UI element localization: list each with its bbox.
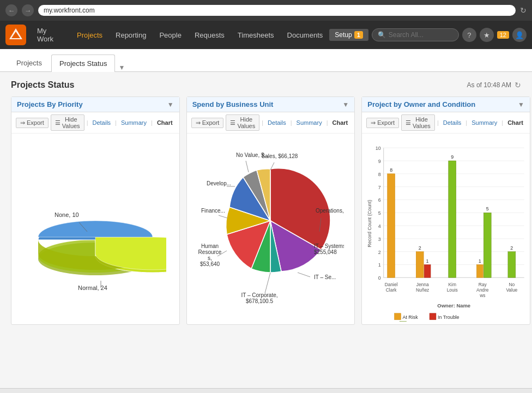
search-bar[interactable]: 🔍 <box>372 28 459 41</box>
logo[interactable] <box>5 25 26 45</box>
business-unit-hide-values-button[interactable]: ☰ Hide Values <box>226 114 259 131</box>
svg-text:Resource: Resource <box>198 249 222 255</box>
svg-text:IT – Corporate,: IT – Corporate, <box>241 292 278 298</box>
back-button[interactable]: ← <box>5 4 17 16</box>
as-of: As of 10:48 AM ↻ <box>467 81 521 89</box>
svg-text:Record Count (Count): Record Count (Count) <box>367 199 372 247</box>
svg-text:$678,100.5: $678,100.5 <box>246 298 273 304</box>
business-unit-details-link[interactable]: Details <box>265 119 288 126</box>
nav-projects[interactable]: Projects <box>70 21 109 49</box>
page-title: Projects Status <box>11 80 74 90</box>
svg-line-26 <box>298 273 310 277</box>
owner-condition-bar-svg: Record Count (Count) 0 1 2 3 4 <box>365 136 527 322</box>
tab-projects[interactable]: Projects <box>8 54 50 71</box>
svg-rect-85 <box>430 313 436 320</box>
business-unit-chart-card: Spend by Business Unit ▼ ⇒ Export ☰ Hide… <box>186 96 355 325</box>
svg-text:Louis: Louis <box>447 287 458 293</box>
svg-text:2: 2 <box>419 245 421 251</box>
owner-condition-chart-expand[interactable]: ▼ <box>518 101 524 108</box>
reload-button[interactable]: ↻ <box>520 6 527 15</box>
help-button[interactable]: ? <box>462 28 476 42</box>
svg-line-16 <box>219 215 227 218</box>
owner-condition-chart-link[interactable]: Chart <box>505 119 525 126</box>
svg-text:8: 8 <box>390 167 392 173</box>
svg-text:No: No <box>509 282 515 287</box>
business-unit-chart-title: Spend by Business Unit <box>192 100 274 108</box>
svg-text:ws: ws <box>479 293 485 298</box>
svg-text:2: 2 <box>511 245 513 251</box>
browser-chrome: ← → my.workfront.com ↻ <box>0 0 532 21</box>
setup-button[interactable]: Setup 1 <box>329 29 368 41</box>
svg-rect-65 <box>477 264 483 277</box>
priority-chart-header: Projects By Priority ▼ <box>11 97 179 112</box>
priority-chart-body: None, 10 Normal, 24 <box>11 134 179 313</box>
business-unit-summary-link[interactable]: Summary <box>294 119 324 126</box>
svg-text:Human: Human <box>201 243 219 249</box>
svg-text:$53,640: $53,640 <box>200 261 220 267</box>
business-unit-chart-toolbar: ⇒ Export ☰ Hide Values | Details | Summa… <box>187 112 355 134</box>
svg-text:In Trouble: In Trouble <box>438 315 460 320</box>
priority-chart-toolbar: ⇒ Export ☰ Hide Values | Details | Summa… <box>11 112 179 134</box>
svg-text:1: 1 <box>479 258 481 264</box>
svg-text:2: 2 <box>378 250 381 255</box>
owner-condition-chart-header: Project by Owner and Condition ▼ <box>362 97 530 112</box>
search-icon: 🔍 <box>378 31 386 39</box>
svg-text:Kim: Kim <box>449 282 457 287</box>
svg-text:At Risk: At Risk <box>403 315 419 320</box>
svg-text:Finance...: Finance... <box>201 208 225 214</box>
svg-rect-63 <box>449 161 456 277</box>
nav-items: My Work Projects Reporting People Reques… <box>31 21 329 49</box>
priority-details-link[interactable]: Details <box>90 119 113 126</box>
address-bar[interactable]: my.workfront.com <box>38 5 516 16</box>
business-unit-export-button[interactable]: ⇒ Export <box>191 118 224 128</box>
svg-text:Nuñez: Nuñez <box>416 287 429 293</box>
notifications-badge[interactable]: 12 <box>497 31 509 39</box>
forward-button[interactable]: → <box>22 4 34 16</box>
business-unit-chart-expand[interactable]: ▼ <box>342 101 349 108</box>
nav-documents[interactable]: Documents <box>281 21 330 49</box>
svg-rect-83 <box>395 313 401 320</box>
owner-condition-export-button[interactable]: ⇒ Export <box>366 118 399 128</box>
priority-chart-expand[interactable]: ▼ <box>167 101 174 108</box>
business-unit-chart-link[interactable]: Chart <box>330 119 350 126</box>
svg-text:0: 0 <box>378 275 381 281</box>
svg-text:3: 3 <box>378 237 381 242</box>
svg-text:10: 10 <box>376 146 381 151</box>
svg-line-12 <box>246 161 249 172</box>
svg-line-24 <box>265 273 270 293</box>
search-input[interactable] <box>389 31 454 39</box>
svg-text:None, 10: None, 10 <box>55 211 79 218</box>
favorites-button[interactable]: ★ <box>480 28 494 42</box>
priority-export-button[interactable]: ⇒ Export <box>16 118 49 128</box>
tab-dropdown-button[interactable]: ▼ <box>116 64 127 71</box>
svg-text:Owner: Name: Owner: Name <box>438 303 471 309</box>
tabs-bar: Projects Projects Status ▼ <box>0 49 532 72</box>
tab-projects-status[interactable]: Projects Status <box>51 55 115 72</box>
owner-condition-summary-link[interactable]: Summary <box>469 119 499 126</box>
nav-timesheets[interactable]: Timesheets <box>231 21 281 49</box>
page-header: Projects Status As of 10:48 AM ↻ <box>11 80 521 90</box>
nav-my-work[interactable]: My Work <box>31 21 70 49</box>
owner-condition-chart-title: Project by Owner and Condition <box>367 100 475 108</box>
refresh-button[interactable]: ↻ <box>515 81 521 89</box>
priority-chart-card: Projects By Priority ▼ ⇒ Export ☰ Hide V… <box>11 96 180 325</box>
svg-text:Jenna: Jenna <box>416 282 429 287</box>
nav-people[interactable]: People <box>153 21 188 49</box>
priority-summary-link[interactable]: Summary <box>119 119 149 126</box>
setup-label: Setup <box>335 31 352 39</box>
svg-text:5: 5 <box>378 210 381 216</box>
priority-chart-link[interactable]: Chart <box>155 119 175 126</box>
svg-text:Ray: Ray <box>479 282 487 287</box>
svg-text:Clark: Clark <box>386 287 397 293</box>
owner-condition-details-link[interactable]: Details <box>441 119 464 126</box>
nav-right: Setup 1 🔍 ? ★ 12 👤 <box>329 28 527 42</box>
owner-condition-hide-values-button[interactable]: ☰ Hide Values <box>401 114 435 131</box>
svg-rect-59 <box>416 252 424 278</box>
priority-hide-values-button[interactable]: ☰ Hide Values <box>51 114 84 131</box>
nav-requests[interactable]: Requests <box>188 21 231 49</box>
user-avatar[interactable]: 👤 <box>512 28 527 42</box>
nav-reporting[interactable]: Reporting <box>109 21 153 49</box>
svg-rect-61 <box>424 264 431 277</box>
page-footer: ©2000-2015 Workfront formerly AtTask, In… <box>0 388 532 393</box>
svg-text:8: 8 <box>378 172 381 177</box>
